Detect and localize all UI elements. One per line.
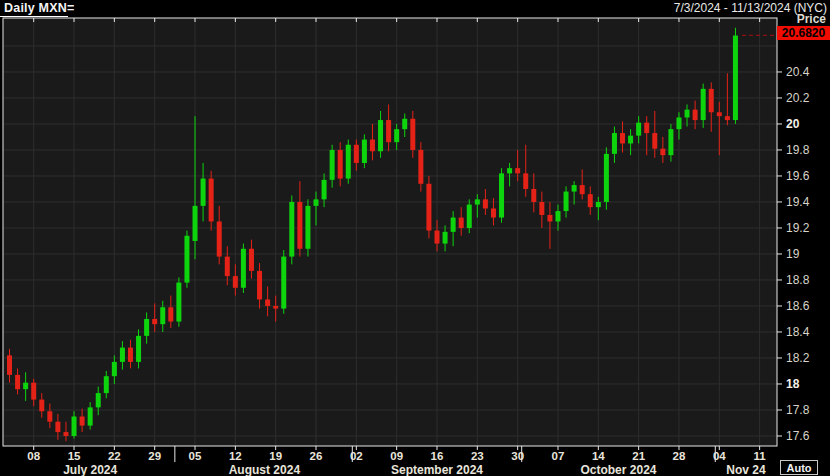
price-tick-label: 17.6 — [786, 429, 810, 443]
plot-area[interactable] — [3, 18, 777, 446]
day-tick-label: 21 — [632, 450, 645, 462]
day-tick-label: 19 — [269, 450, 282, 462]
price-tick-label: 18.6 — [786, 299, 810, 313]
price-tick-label: 18.2 — [786, 351, 810, 365]
day-tick-label: 28 — [673, 450, 686, 462]
chart-window: Daily MXN= 7/3/2024 - 11/13/2024 (NYC) 0… — [0, 0, 830, 476]
day-tick-label: 05 — [189, 450, 202, 462]
price-tick-label: 18.4 — [786, 325, 810, 339]
month-label: September 2024 — [391, 463, 483, 476]
month-label: October 2024 — [580, 463, 656, 476]
day-tick-label: 09 — [390, 450, 403, 462]
day-tick-label: 07 — [552, 450, 565, 462]
price-tick-label: 19.4 — [786, 195, 810, 209]
price-tick-label: 19.8 — [786, 143, 810, 157]
day-tick-label: 15 — [68, 450, 81, 462]
day-tick-label: 29 — [148, 450, 161, 462]
day-tick-label: 08 — [27, 450, 40, 462]
candle — [184, 231, 189, 288]
day-tick-label: 12 — [229, 450, 242, 462]
price-tick-label: 20 — [786, 117, 800, 131]
price-tick-label: 20.4 — [786, 65, 810, 79]
day-tick-label: 26 — [310, 450, 323, 462]
candle — [426, 176, 431, 238]
candlestick-chart[interactable]: 08152229051219260209162330071421280411Ju… — [0, 0, 830, 476]
price-tick-label: 17.8 — [786, 403, 810, 417]
day-tick-label: 11 — [754, 450, 767, 462]
price-axis[interactable]: 20.420.22019.819.619.419.21918.818.618.4… — [777, 65, 810, 443]
price-tick-label: 18 — [786, 377, 800, 391]
candle — [604, 147, 609, 209]
day-tick-label: 22 — [108, 450, 121, 462]
auto-scale-button[interactable]: Auto — [780, 460, 818, 475]
month-label: Nov 24 — [726, 463, 766, 476]
day-tick-label: 14 — [592, 450, 605, 462]
day-tick-label: 23 — [471, 450, 484, 462]
price-tick-label: 19 — [786, 247, 800, 261]
candle — [241, 244, 246, 293]
candle — [289, 195, 294, 264]
price-tick-label: 19.6 — [786, 169, 810, 183]
candle — [733, 28, 738, 124]
candle — [346, 140, 351, 184]
candle — [305, 199, 310, 256]
month-label: August 2024 — [229, 463, 301, 476]
price-tick-label: 20.2 — [786, 91, 810, 105]
month-label: July 2024 — [63, 463, 117, 476]
price-tick-label: 19.2 — [786, 221, 810, 235]
last-price-badge: 20.6820 — [777, 26, 830, 40]
day-tick-label: 16 — [431, 450, 444, 462]
price-tick-label: 18.8 — [786, 273, 810, 287]
candle — [281, 250, 286, 314]
candle — [176, 277, 181, 326]
candle — [499, 168, 504, 223]
price-axis-label: Price — [777, 12, 826, 26]
